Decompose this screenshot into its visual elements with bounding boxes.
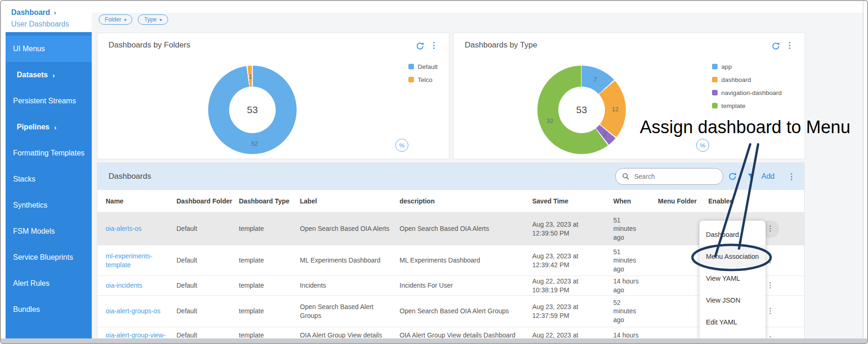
sidebar-item-ui-menus[interactable]: UI Menus — [6, 36, 92, 62]
menu-item-edit-yaml[interactable]: Edit YAML — [699, 311, 766, 333]
app-window: Dashboard› User Dashboards Folder ▾ Type… — [0, 0, 868, 344]
column-header-label[interactable]: Label — [300, 197, 400, 205]
cell-when: 51 minutes ago — [613, 248, 658, 273]
dashboard-name-link[interactable]: oia-alert-groups-os — [106, 307, 161, 315]
menu-item-view-yaml[interactable]: View YAML — [699, 267, 766, 289]
column-header-name[interactable]: Name — [97, 197, 176, 205]
chevron-right-icon: › — [53, 71, 55, 79]
percent-toggle-button[interactable]: % — [395, 139, 408, 152]
column-header-dashboard-folder[interactable]: Dashboard Folder — [176, 197, 239, 205]
dashboard-name-link[interactable]: oia-alerts-os — [106, 225, 142, 232]
cell-folder: Default — [176, 281, 239, 290]
legend-item-default[interactable]: Default — [408, 60, 438, 73]
filter-chips: Folder ▾ Type ▾ — [99, 14, 168, 25]
sidebar-item-fsm-models[interactable]: FSM Models — [6, 218, 92, 244]
cell-description: ML Experiments Dashboard — [400, 256, 532, 264]
cell-folder: Default — [176, 307, 239, 315]
legend-item-telco[interactable]: Telco — [408, 73, 438, 86]
breadcrumb: Dashboard› User Dashboards — [11, 8, 69, 28]
sidebar-item-bundles[interactable]: Bundles — [6, 297, 92, 323]
cell-saved-time: Aug 23, 2023 at 12:39:42 PM — [532, 252, 613, 269]
legend-item-template[interactable]: template — [712, 99, 782, 112]
cell-type: template — [239, 281, 300, 290]
refresh-icon[interactable] — [771, 41, 780, 51]
cell-saved-time: Aug 23, 2023 at 12:37:59 PM — [532, 303, 613, 319]
folders-legend: Default Telco — [408, 60, 438, 86]
cell-saved-time: Aug 23, 2023 at 12:39:50 PM — [532, 220, 613, 237]
types-donut-chart[interactable]: 53 7 12 2 32 — [537, 66, 626, 154]
column-header-enabled[interactable]: Enabled — [708, 197, 747, 205]
cell-label: Open Search Based OIA Alerts — [300, 224, 400, 233]
sidebar-item-synthetics[interactable]: Synthetics — [6, 192, 92, 218]
cell-folder: Default — [176, 224, 239, 233]
table-row[interactable]: oia-alert-groups-os Default template Ope… — [97, 296, 804, 327]
segment-label-default: 52 — [251, 140, 258, 147]
cell-description: Open Search Based OIA Alert Groups — [400, 307, 532, 315]
dashboard-name-link[interactable]: ml-experiments-template — [106, 252, 152, 268]
types-legend: app dashboard navigation-dashboard templ… — [712, 60, 782, 112]
filter-funnel-icon[interactable] — [747, 173, 754, 180]
dashboards-table-panel: Dashboards Add ⋮ Name Dashboard Folder D… — [97, 162, 805, 343]
legend-swatch-green — [712, 103, 718, 108]
sidebar-item-service-blueprints[interactable]: Service Blueprints — [6, 244, 92, 270]
segment-label-dashboard: 12 — [612, 106, 618, 113]
column-header-menu-folder[interactable]: Menu Folder — [658, 197, 708, 205]
dashboards-by-folders-card: Dashboards by Folders ⋮ 53 52 1 Default … — [97, 33, 449, 159]
sidebar-item-formatting-templates[interactable]: Formatting Templates — [6, 140, 92, 166]
chevron-right-icon: › — [54, 8, 56, 16]
cell-type: template — [239, 256, 300, 264]
column-header-dashboard-type[interactable]: Dashboard Type — [239, 197, 300, 205]
menu-item-menu-association[interactable]: Menu Association — [699, 245, 766, 267]
sidebar-nav: UI Menus Datasets› Persistent Streams Pi… — [6, 32, 92, 339]
breadcrumb-dashboard[interactable]: Dashboard — [11, 8, 50, 16]
legend-item-dashboard[interactable]: dashboard — [712, 73, 782, 86]
table-row[interactable]: oia-alerts-os Default template Open Sear… — [97, 213, 804, 245]
segment-label-template: 32 — [547, 117, 553, 124]
refresh-icon[interactable] — [415, 41, 425, 51]
kebab-menu-icon[interactable]: ⋮ — [786, 40, 793, 50]
legend-swatch-orange — [712, 77, 718, 82]
menu-item-dashboard[interactable]: Dashboard — [699, 223, 766, 245]
kebab-menu-icon[interactable]: ⋮ — [430, 40, 438, 50]
sidebar-item-persistent-streams[interactable]: Persistent Streams — [6, 88, 92, 114]
refresh-icon[interactable] — [728, 172, 737, 181]
menu-item-view-json[interactable]: View JSON — [699, 289, 766, 311]
column-header-description[interactable]: description — [400, 197, 532, 205]
legend-item-navigation-dashboard[interactable]: navigation-dashboard — [712, 86, 782, 99]
card-title: Dashboards by Folders — [108, 40, 190, 50]
cell-label: Incidents — [300, 281, 400, 290]
card-title: Dashboards by Type — [465, 40, 537, 50]
sidebar-item-stacks[interactable]: Stacks — [6, 166, 92, 192]
segment-label-app: 7 — [593, 76, 597, 83]
folder-filter-chip[interactable]: Folder ▾ — [99, 14, 132, 25]
column-header-actions — [747, 190, 804, 212]
chevron-right-icon: › — [54, 123, 56, 131]
column-header-saved-time[interactable]: Saved Time — [532, 197, 613, 205]
sidebar-item-datasets[interactable]: Datasets› — [6, 62, 92, 88]
sidebar-item-pipelines[interactable]: Pipelines› — [6, 114, 92, 140]
add-button[interactable]: Add — [761, 172, 774, 181]
annotation-text: Assign dashboard to Menu — [640, 117, 850, 137]
bottom-scrollbar-strip[interactable] — [1, 338, 867, 343]
legend-item-app[interactable]: app — [712, 60, 782, 73]
column-header-when[interactable]: When — [613, 197, 658, 205]
dashboard-name-link[interactable]: oia-incidents — [106, 282, 142, 289]
percent-toggle-button[interactable]: % — [696, 139, 709, 152]
table-row[interactable]: ml-experiments-template Default template… — [97, 245, 804, 276]
type-filter-chip[interactable]: Type ▾ — [138, 14, 168, 25]
legend-swatch-orange — [408, 77, 414, 82]
breadcrumb-user-dashboards[interactable]: User Dashboards — [11, 20, 69, 28]
table-row[interactable]: oia-incidents Default template Incidents… — [97, 276, 804, 296]
kebab-menu-icon[interactable]: ⋮ — [787, 172, 795, 182]
search-input[interactable] — [633, 172, 710, 181]
cell-type: template — [239, 224, 300, 233]
search-box[interactable] — [615, 168, 723, 185]
table-title: Dashboards — [108, 172, 151, 181]
table-header-row: Name Dashboard Folder Dashboard Type Lab… — [97, 190, 804, 213]
cell-type: template — [239, 307, 300, 315]
legend-swatch-purple — [712, 90, 718, 95]
donut-total: 53 — [247, 104, 258, 115]
folders-donut-chart[interactable]: 53 52 1 — [208, 66, 297, 154]
caret-down-icon: ▾ — [124, 17, 126, 22]
sidebar-item-alert-rules[interactable]: Alert Rules — [6, 270, 92, 297]
